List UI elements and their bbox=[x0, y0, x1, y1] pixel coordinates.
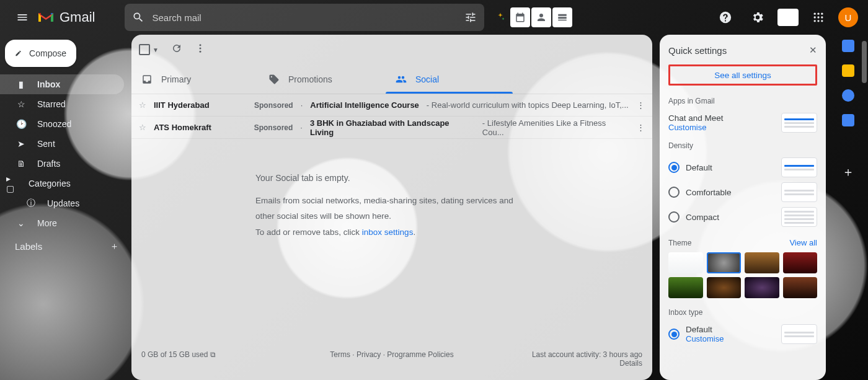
tag-icon bbox=[268, 74, 280, 85]
clock-icon: 🕑 bbox=[15, 119, 27, 129]
theme-thumb[interactable] bbox=[668, 252, 703, 273]
star-icon: ☆ bbox=[15, 99, 27, 109]
svg-point-2 bbox=[821, 13, 823, 15]
tab-social[interactable]: Social bbox=[386, 64, 513, 94]
svg-point-7 bbox=[817, 20, 819, 22]
star-icon[interactable]: ☆ bbox=[139, 100, 146, 110]
sidebar-item-snoozed[interactable]: 🕑Snoozed bbox=[0, 114, 124, 134]
svg-point-1 bbox=[817, 13, 819, 15]
inbox-settings-link[interactable]: inbox settings bbox=[362, 228, 414, 237]
tab-primary[interactable]: Primary bbox=[131, 64, 259, 94]
chat-meet-label: Chat and Meet bbox=[668, 113, 775, 123]
apps-icon[interactable] bbox=[806, 5, 831, 30]
svg-point-11 bbox=[199, 51, 201, 53]
sidebar-item-more[interactable]: ⌄More bbox=[0, 213, 124, 233]
search-icon bbox=[132, 11, 144, 24]
inbox-icon: ▮ bbox=[15, 79, 27, 89]
contacts-shortcut-icon[interactable] bbox=[531, 7, 551, 27]
see-all-settings-button[interactable]: See all settings bbox=[668, 64, 817, 86]
row-more-icon[interactable]: ⋮ bbox=[637, 123, 645, 132]
policies-link[interactable]: Programme Policies bbox=[387, 350, 453, 359]
apps-preview bbox=[781, 113, 817, 133]
info-icon: ⓘ bbox=[25, 198, 37, 209]
theme-section-title: Theme bbox=[668, 239, 691, 247]
keep-addon-icon[interactable] bbox=[842, 64, 854, 77]
add-addon-icon[interactable]: ＋ bbox=[842, 164, 854, 180]
meet-icon[interactable] bbox=[777, 9, 799, 26]
theme-thumb[interactable] bbox=[668, 277, 703, 298]
mail-sender: ATS Homekraft bbox=[154, 123, 247, 132]
view-all-themes-link[interactable]: View all bbox=[789, 238, 817, 247]
sponsored-badge: Sponsored bbox=[254, 101, 293, 110]
tab-promotions[interactable]: Promotions bbox=[259, 64, 386, 94]
quick-settings-panel: Quick settings ✕ See all settings Apps i… bbox=[660, 35, 826, 380]
mail-row[interactable]: ☆ IIIT Hyderabad Sponsored· Artificial I… bbox=[131, 94, 652, 117]
row-more-icon[interactable]: ⋮ bbox=[637, 100, 645, 110]
account-avatar[interactable]: U bbox=[838, 7, 858, 27]
svg-point-3 bbox=[814, 16, 816, 18]
search-input[interactable] bbox=[152, 12, 457, 23]
sparkle-icon[interactable] bbox=[492, 7, 509, 27]
more-icon[interactable] bbox=[195, 43, 206, 56]
sidebar-item-starred[interactable]: ☆Starred bbox=[0, 94, 124, 114]
select-all-checkbox[interactable]: ▼ bbox=[139, 44, 159, 55]
tasks-shortcut-icon[interactable] bbox=[552, 7, 572, 27]
details-link[interactable]: Details bbox=[532, 359, 642, 368]
calendar-addon-icon[interactable] bbox=[842, 40, 854, 52]
labels-header: Labels ＋ bbox=[0, 233, 131, 252]
support-icon[interactable] bbox=[713, 5, 738, 30]
people-icon bbox=[396, 74, 407, 85]
close-icon[interactable]: ✕ bbox=[809, 45, 817, 56]
compose-label: Compose bbox=[29, 48, 66, 58]
empty-line1: Emails from social networks, media-shari… bbox=[255, 193, 528, 224]
theme-thumb[interactable] bbox=[707, 277, 742, 298]
footer-links: Terms · Privacy · Programme Policies bbox=[330, 350, 453, 359]
sidebar: Compose ▮Inbox ☆Starred 🕑Snoozed ➤Sent 🗎… bbox=[0, 35, 131, 380]
settings-icon[interactable] bbox=[745, 5, 770, 30]
sidebar-item-drafts[interactable]: 🗎Drafts bbox=[0, 154, 124, 174]
radio-icon bbox=[668, 187, 680, 198]
gmail-logo[interactable]: Gmail bbox=[37, 9, 95, 25]
tasks-addon-icon[interactable] bbox=[842, 89, 854, 102]
refresh-icon[interactable] bbox=[171, 43, 182, 56]
sponsored-badge: Sponsored bbox=[254, 123, 293, 132]
theme-thumb[interactable] bbox=[783, 277, 818, 298]
pencil-icon bbox=[15, 47, 22, 60]
add-label-icon[interactable]: ＋ bbox=[110, 241, 119, 252]
empty-state: Your Social tab is empty. Emails from so… bbox=[131, 139, 652, 272]
contacts-addon-icon[interactable] bbox=[842, 114, 854, 126]
density-default[interactable]: Default bbox=[668, 155, 817, 180]
compose-button[interactable]: Compose bbox=[5, 40, 76, 67]
sidebar-item-categories[interactable]: ▸ ▢Categories bbox=[0, 174, 124, 193]
svg-point-0 bbox=[814, 13, 816, 15]
gmail-icon bbox=[37, 11, 55, 24]
star-icon[interactable]: ☆ bbox=[139, 123, 146, 132]
density-comfortable[interactable]: Comfortable bbox=[668, 180, 817, 205]
calendar-shortcut-icon[interactable] bbox=[510, 7, 530, 27]
main-menu-icon[interactable] bbox=[10, 5, 35, 30]
search-bar[interactable] bbox=[125, 4, 484, 31]
theme-grid bbox=[668, 252, 817, 298]
theme-thumb[interactable] bbox=[707, 252, 742, 273]
radio-icon bbox=[668, 211, 680, 223]
density-compact[interactable]: Compact bbox=[668, 205, 817, 229]
open-in-new-icon[interactable]: ⧉ bbox=[210, 350, 216, 359]
svg-point-4 bbox=[817, 16, 819, 18]
sidebar-item-sent[interactable]: ➤Sent bbox=[0, 134, 124, 154]
customise-link[interactable]: Customise bbox=[686, 334, 775, 343]
privacy-link[interactable]: Privacy bbox=[356, 350, 381, 359]
radio-icon bbox=[668, 329, 680, 340]
qs-title: Quick settings bbox=[668, 45, 727, 56]
inbox-type-default[interactable]: Default Customise bbox=[668, 322, 817, 347]
category-tabs: Primary Promotions Social bbox=[131, 64, 652, 94]
sidebar-item-updates[interactable]: ⓘUpdates bbox=[0, 193, 124, 213]
storage-usage: 0 GB of 15 GB used ⧉ bbox=[141, 350, 216, 368]
mail-row[interactable]: ☆ ATS Homekraft Sponsored· 3 BHK in Ghaz… bbox=[131, 117, 652, 139]
terms-link[interactable]: Terms bbox=[330, 350, 350, 359]
theme-thumb[interactable] bbox=[745, 252, 779, 273]
tune-icon[interactable] bbox=[464, 11, 477, 24]
theme-thumb[interactable] bbox=[745, 277, 779, 298]
customise-link[interactable]: Customise bbox=[668, 123, 775, 132]
sidebar-item-inbox[interactable]: ▮Inbox bbox=[0, 74, 124, 94]
theme-thumb[interactable] bbox=[783, 252, 818, 273]
